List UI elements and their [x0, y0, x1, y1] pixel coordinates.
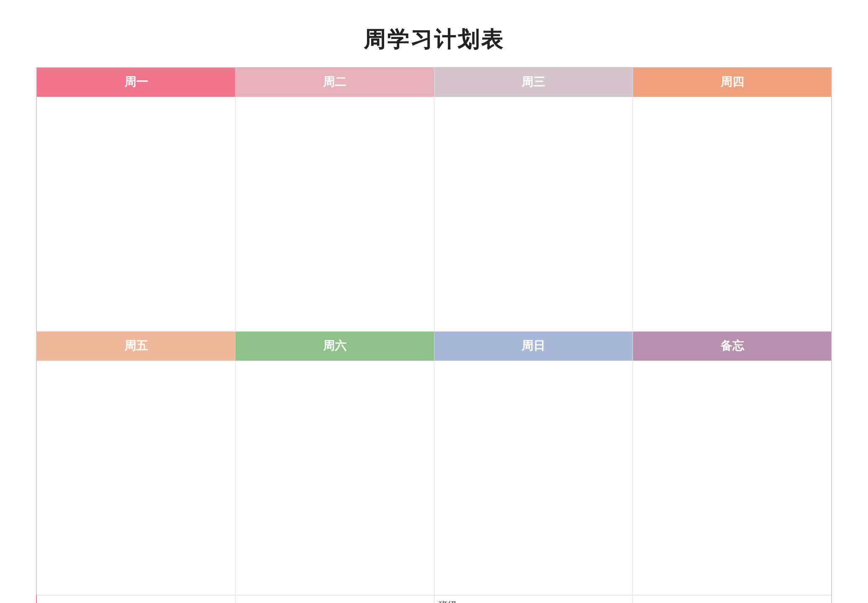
cell-memo[interactable] [633, 361, 832, 595]
header-wednesday: 周三 [434, 67, 633, 97]
cell-monday[interactable] [36, 97, 235, 331]
cell-friday[interactable] [36, 361, 235, 595]
page-title: 周学习计划表 [364, 25, 504, 54]
header-tuesday: 周二 [235, 67, 434, 97]
page: 周学习计划表 周一 周二 周三 周四 [19, 13, 849, 590]
cell-tuesday[interactable] [235, 97, 434, 331]
schedule-table: 周一 周二 周三 周四 [36, 67, 832, 603]
bottom-row: 班级： [36, 595, 832, 603]
header-row-1: 周一 周二 周三 周四 [36, 67, 832, 97]
bottom-class-cell: 班级： [434, 595, 633, 603]
bottom-memo-cell [633, 595, 832, 603]
header-memo: 备忘 [633, 331, 832, 361]
cell-wednesday[interactable] [434, 97, 633, 331]
header-friday: 周五 [36, 331, 235, 361]
header-monday: 周一 [36, 67, 235, 97]
header-saturday: 周六 [235, 331, 434, 361]
cell-saturday[interactable] [235, 361, 434, 595]
header-row-2: 周五 周六 周日 备忘 [36, 331, 832, 361]
content-row-2 [36, 361, 832, 595]
bottom-saturday-cell [235, 595, 434, 603]
cell-thursday[interactable] [633, 97, 832, 331]
header-sunday: 周日 [434, 331, 633, 361]
content-row-1 [36, 97, 832, 331]
header-thursday: 周四 [633, 67, 832, 97]
cell-sunday[interactable] [434, 361, 633, 595]
bottom-monday-cell [36, 595, 235, 603]
